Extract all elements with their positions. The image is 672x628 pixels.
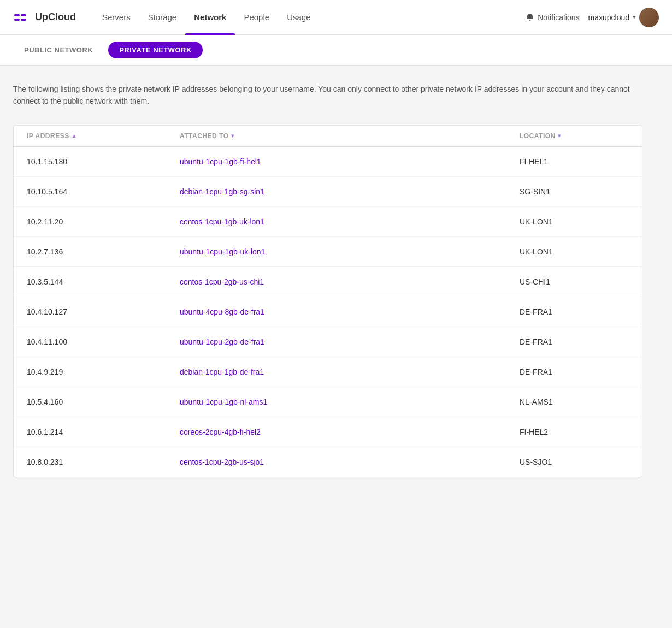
chevron-down-icon: ▾ [633,14,636,21]
server-link[interactable]: centos-1cpu-1gb-uk-lon1 [180,217,264,226]
public-network-tab[interactable]: PUBLIC NETWORK [13,42,104,58]
server-link[interactable]: ubuntu-1cpu-1gb-fi-hel1 [180,157,261,166]
ip-address-column-header[interactable]: IP ADDRESS ▲ [27,132,180,140]
server-link[interactable]: centos-1cpu-2gb-us-sjo1 [180,458,264,466]
ip-address-cell: 10.3.5.144 [27,277,180,286]
location-column-header[interactable]: LOCATION ▾ [520,132,629,140]
server-link[interactable]: ubuntu-1cpu-1gb-nl-ams1 [180,398,267,406]
server-link[interactable]: ubuntu-4cpu-8gb-de-fra1 [180,307,264,316]
ip-sort-icon: ▲ [72,133,77,139]
logo[interactable]: UpCloud [13,9,76,26]
server-link[interactable]: ubuntu-1cpu-1gb-uk-lon1 [180,247,265,256]
ip-address-cell: 10.8.0.231 [27,458,180,466]
table-body: 10.1.15.180 ubuntu-1cpu-1gb-fi-hel1 FI-H… [14,147,642,477]
attached-to-column-header[interactable]: ATTACHED TO ▾ [180,132,520,140]
location-cell: FI-HEL2 [520,428,629,436]
ip-address-cell: 10.4.9.219 [27,368,180,376]
server-cell: ubuntu-4cpu-8gb-de-fra1 [180,307,520,317]
svg-rect-0 [14,14,20,16]
location-cell: FI-HEL1 [520,157,629,166]
brand-name: UpCloud [35,11,76,23]
ip-address-table: IP ADDRESS ▲ ATTACHED TO ▾ LOCATION ▾ 10… [13,125,642,477]
server-cell: ubuntu-1cpu-1gb-nl-ams1 [180,397,520,407]
location-cell: UK-LON1 [520,247,629,256]
server-link[interactable]: debian-1cpu-1gb-de-fra1 [180,368,264,376]
location-cell: US-SJO1 [520,458,629,466]
ip-address-cell: 10.4.11.100 [27,337,180,346]
username-label: maxupcloud [588,13,630,22]
navbar: UpCloud Servers Storage Network People U… [0,0,672,35]
nav-item-network[interactable]: Network [185,0,235,35]
table-row: 10.8.0.231 centos-1cpu-2gb-us-sjo1 US-SJ… [14,447,642,477]
server-cell: ubuntu-1cpu-2gb-de-fra1 [180,337,520,347]
nav-item-servers[interactable]: Servers [93,0,139,35]
logo-icon [13,9,31,26]
location-cell: SG-SIN1 [520,187,629,196]
nav-item-people[interactable]: People [235,0,278,35]
table-row: 10.2.11.20 centos-1cpu-1gb-uk-lon1 UK-LO… [14,207,642,237]
ip-address-cell: 10.10.5.164 [27,187,180,196]
ip-address-cell: 10.5.4.160 [27,398,180,406]
private-network-tab[interactable]: PRIVATE NETWORK [108,42,203,58]
notifications-label: Notifications [538,13,579,22]
main-nav: Servers Storage Network People Usage [93,0,526,35]
nav-item-usage[interactable]: Usage [278,0,319,35]
main-content: The following listing shows the private … [0,66,656,495]
svg-rect-2 [21,14,26,16]
server-link[interactable]: debian-1cpu-1gb-sg-sin1 [180,187,264,196]
table-row: 10.4.9.219 debian-1cpu-1gb-de-fra1 DE-FR… [14,357,642,387]
table-row: 10.3.5.144 centos-1cpu-2gb-us-chi1 US-CH… [14,267,642,297]
location-cell: DE-FRA1 [520,368,629,376]
location-cell: US-CHI1 [520,277,629,286]
server-link[interactable]: coreos-2cpu-4gb-fi-hel2 [180,428,261,436]
table-row: 10.4.11.100 ubuntu-1cpu-2gb-de-fra1 DE-F… [14,327,642,357]
table-row: 10.1.15.180 ubuntu-1cpu-1gb-fi-hel1 FI-H… [14,147,642,177]
svg-rect-1 [14,19,20,21]
server-link[interactable]: centos-1cpu-2gb-us-chi1 [180,277,264,286]
nav-item-storage[interactable]: Storage [139,0,186,35]
location-cell: DE-FRA1 [520,337,629,346]
attached-sort-icon: ▾ [231,133,234,139]
table-row: 10.5.4.160 ubuntu-1cpu-1gb-nl-ams1 NL-AM… [14,387,642,417]
server-cell: ubuntu-1cpu-1gb-fi-hel1 [180,157,520,167]
location-cell: DE-FRA1 [520,307,629,316]
user-menu-button[interactable]: maxupcloud ▾ [588,8,659,27]
sub-navigation: PUBLIC NETWORK PRIVATE NETWORK [0,35,672,66]
ip-address-cell: 10.1.15.180 [27,157,180,166]
table-row: 10.4.10.127 ubuntu-4cpu-8gb-de-fra1 DE-F… [14,297,642,327]
server-cell: coreos-2cpu-4gb-fi-hel2 [180,427,520,437]
server-cell: centos-1cpu-2gb-us-chi1 [180,277,520,287]
navbar-right: Notifications maxupcloud ▾ [526,8,659,27]
ip-address-cell: 10.2.7.136 [27,247,180,256]
ip-address-cell: 10.4.10.127 [27,307,180,316]
table-row: 10.2.7.136 ubuntu-1cpu-1gb-uk-lon1 UK-LO… [14,237,642,267]
server-cell: debian-1cpu-1gb-de-fra1 [180,367,520,377]
table-row: 10.6.1.214 coreos-2cpu-4gb-fi-hel2 FI-HE… [14,417,642,447]
table-row: 10.10.5.164 debian-1cpu-1gb-sg-sin1 SG-S… [14,177,642,207]
bell-icon [526,13,534,22]
table-header: IP ADDRESS ▲ ATTACHED TO ▾ LOCATION ▾ [14,126,642,147]
server-link[interactable]: ubuntu-1cpu-2gb-de-fra1 [180,337,264,346]
ip-address-cell: 10.2.11.20 [27,217,180,226]
avatar [639,8,659,27]
location-sort-icon: ▾ [558,133,561,139]
server-cell: centos-1cpu-1gb-uk-lon1 [180,217,520,227]
location-cell: UK-LON1 [520,217,629,226]
page-description: The following listing shows the private … [13,83,642,108]
server-cell: ubuntu-1cpu-1gb-uk-lon1 [180,247,520,257]
svg-rect-3 [21,19,26,21]
server-cell: debian-1cpu-1gb-sg-sin1 [180,187,520,197]
ip-address-cell: 10.6.1.214 [27,428,180,436]
notifications-button[interactable]: Notifications [526,13,579,22]
location-cell: NL-AMS1 [520,398,629,406]
server-cell: centos-1cpu-2gb-us-sjo1 [180,457,520,467]
